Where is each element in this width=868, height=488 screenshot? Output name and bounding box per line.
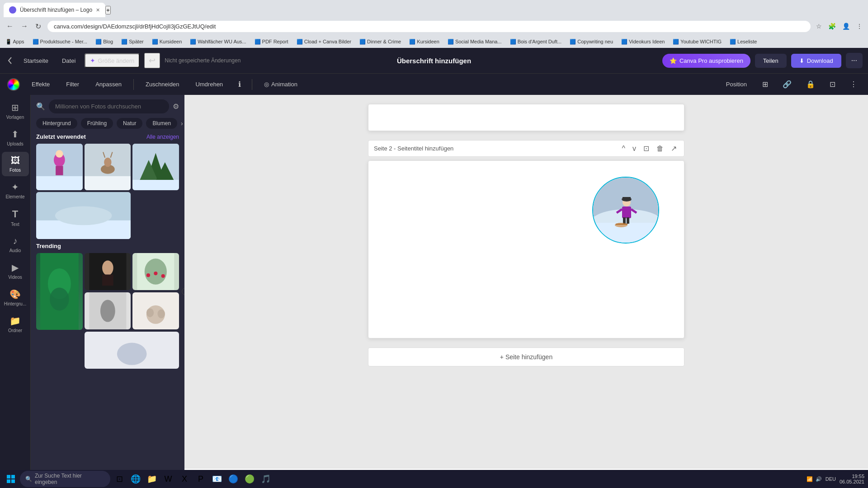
animate-button[interactable]: ◎ Animation	[259, 78, 302, 90]
new-tab-button[interactable]: +	[105, 6, 111, 14]
recent-photo-4-wide[interactable]	[36, 192, 131, 239]
recent-photo-3[interactable]	[132, 144, 179, 190]
bookmark-youtube[interactable]: 🟦 Youtube WICHTIG	[671, 38, 723, 46]
bookmark-leseliste[interactable]: 🟦 Leseliste	[728, 38, 759, 46]
taskbar-search[interactable]: 🔍 Zur Suche Text hier eingeben	[20, 471, 110, 487]
tab-close-btn[interactable]: ✕	[96, 7, 100, 13]
canvas-page-1[interactable]	[368, 104, 684, 131]
pill-natur[interactable]: Natur	[117, 118, 142, 129]
trash-icon-btn[interactable]: ⋮	[846, 77, 861, 91]
page-duplicate-btn[interactable]: ⊡	[642, 143, 651, 154]
effects-button[interactable]: Effekte	[27, 78, 54, 90]
adjust-button[interactable]: Anpassen	[91, 78, 126, 90]
lock-icon-btn[interactable]: 🔒	[802, 77, 819, 91]
extensions-btn[interactable]: 🧩	[826, 21, 838, 32]
link-icon-btn[interactable]: 🔗	[779, 77, 795, 91]
back-btn[interactable]: ←	[4, 20, 16, 32]
recent-photo-2[interactable]	[85, 144, 131, 190]
file-button[interactable]: Datei	[57, 55, 80, 67]
share-button[interactable]: Teilen	[755, 54, 787, 68]
taskbar-app6[interactable]: 🔵	[226, 472, 241, 486]
bookmark-produktsuche[interactable]: 🟦 Produktsuche - Mer...	[31, 38, 90, 46]
bookmark-bois[interactable]: 🟦 Bois d'Argent Duft...	[508, 38, 564, 46]
sidebar-item-uploads[interactable]: ⬆ Uploads	[2, 125, 29, 150]
start-menu-btn[interactable]	[4, 472, 18, 486]
sidebar-item-ordner[interactable]: 📁 Ordner	[2, 312, 29, 337]
trending-photo-4[interactable]	[85, 292, 131, 329]
sidebar-item-elemente[interactable]: ✦ Elemente	[2, 178, 29, 203]
trending-photo-1[interactable]	[36, 253, 83, 330]
bookmark-cload[interactable]: 🟦 Cload + Canva Bilder	[295, 38, 353, 46]
reload-btn[interactable]: ↻	[33, 20, 44, 33]
color-swatch[interactable]	[7, 78, 20, 91]
pills-next-arrow[interactable]: ›	[181, 118, 183, 129]
bookmark-kursideen2[interactable]: 🟦 Kursideen	[407, 38, 441, 46]
download-button[interactable]: ⬇ Download	[791, 54, 841, 68]
address-input[interactable]	[47, 21, 811, 32]
pro-button[interactable]: ⭐ Canva Pro ausprobieren	[662, 54, 750, 68]
task-view-btn[interactable]: ⊡	[112, 472, 127, 486]
show-all-link[interactable]: Alle anzeigen	[146, 134, 179, 140]
filter-button[interactable]: ⚙	[173, 102, 179, 111]
recent-photo-1[interactable]	[36, 144, 83, 190]
info-button[interactable]: ℹ	[235, 77, 245, 91]
taskbar-explorer[interactable]: 📁	[145, 472, 159, 486]
bookmark-kursideen1[interactable]: 🟦 Kursideen	[150, 38, 184, 46]
position-button[interactable]: Position	[722, 78, 751, 90]
trending-photo-5[interactable]	[132, 292, 179, 329]
crop-button[interactable]: Zuschneiden	[141, 78, 184, 90]
bookmark-blog[interactable]: 🟦 Blog	[94, 38, 115, 46]
taskbar-app8[interactable]: 🎵	[259, 472, 273, 486]
taskbar-app5[interactable]: 📧	[210, 472, 224, 486]
sidebar-item-videos[interactable]: ▶ Videos	[2, 258, 29, 283]
sidebar-item-fotos[interactable]: 🖼 Fotos	[2, 152, 29, 176]
bookmark-videokurs[interactable]: 🟦 Videokurs Ideen	[619, 38, 666, 46]
taskbar-app7[interactable]: 🟢	[242, 472, 257, 486]
more-options-button[interactable]: ···	[846, 53, 863, 68]
canvas-circle-image[interactable]	[592, 177, 659, 244]
sidebar-item-audio[interactable]: ♪ Audio	[2, 232, 29, 257]
home-back-btn[interactable]	[5, 56, 14, 65]
profile-btn[interactable]: 👤	[840, 21, 852, 32]
resize-button[interactable]: ✦ Größe ändern	[85, 53, 140, 68]
copy-icon-btn[interactable]: ⊡	[826, 77, 839, 91]
bookmark-wahlfaecher[interactable]: 🟦 Wahlfächer WU Aus...	[188, 38, 248, 46]
canvas-page-2[interactable]	[368, 160, 684, 338]
filter-button[interactable]: Filter	[61, 78, 84, 90]
page-down-btn[interactable]: v	[631, 144, 638, 154]
flip-button[interactable]: Umdrehen	[191, 78, 227, 90]
bookmark-dinner[interactable]: 🟦 Dinner & Crime	[358, 38, 403, 46]
bookmark-copywriting[interactable]: 🟦 Copywriting neu	[568, 38, 615, 46]
star-btn[interactable]: ☆	[814, 21, 824, 32]
pill-blumen[interactable]: Blumen	[146, 118, 177, 129]
taskbar-word[interactable]: W	[161, 472, 175, 486]
sidebar-item-vorlagen[interactable]: ⊞ Vorlagen	[2, 99, 29, 123]
page-up-btn[interactable]: ^	[620, 144, 627, 154]
taskbar-ppt[interactable]: P	[193, 472, 208, 486]
trending-photo-6[interactable]	[85, 332, 179, 369]
undo-button[interactable]: ↩	[144, 53, 160, 68]
add-page-button[interactable]: + Seite hinzufügen	[368, 347, 684, 366]
browser-tab[interactable]: Überschrift hinzufügen – Logo ✕	[4, 3, 105, 17]
pill-hintergrund[interactable]: Hintergrund	[36, 118, 77, 129]
bookmark-social[interactable]: 🟦 Social Media Mana...	[446, 38, 504, 46]
grid-icon-btn[interactable]: ⊞	[759, 77, 772, 91]
trending-photo-2[interactable]	[85, 253, 131, 290]
bookmark-apps[interactable]: 📱 Apps	[4, 38, 26, 46]
taskbar-search-placeholder: Zur Suche Text hier eingeben	[35, 473, 105, 485]
sidebar-item-text[interactable]: T Text	[2, 205, 29, 230]
page-export-btn[interactable]: ↗	[669, 143, 679, 154]
forward-btn[interactable]: →	[18, 20, 31, 32]
menu-btn[interactable]: ⋮	[854, 21, 864, 32]
trending-photo-3[interactable]	[132, 253, 179, 290]
home-button[interactable]: Startseite	[19, 55, 53, 67]
taskbar-excel[interactable]: X	[177, 472, 192, 486]
page-delete-btn[interactable]: 🗑	[655, 144, 665, 154]
pill-fruehling[interactable]: Frühling	[81, 118, 113, 129]
bookmark-später[interactable]: 🟦 Später	[119, 38, 145, 46]
sidebar-item-hintergrund[interactable]: 🎨 Hintergru...	[2, 285, 29, 310]
search-input[interactable]	[49, 99, 169, 113]
bookmark-pdf[interactable]: 🟦 PDF Report	[253, 38, 290, 46]
taskbar-chrome[interactable]: 🌐	[128, 472, 143, 486]
canvas-scroll[interactable]: Seite 2 - Seitentitel hinzufügen ^ v ⊡ 🗑…	[184, 95, 868, 468]
